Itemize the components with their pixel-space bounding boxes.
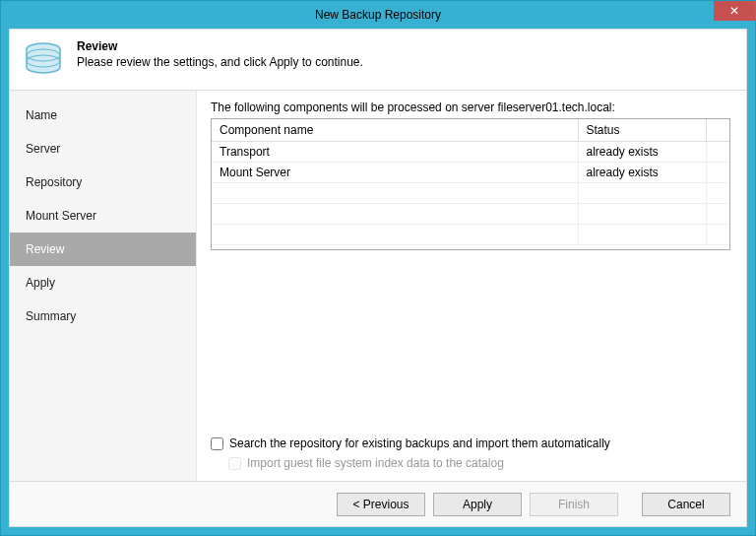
sidebar-item-apply[interactable]: Apply (10, 266, 196, 300)
table-row: Mount Server already exists (212, 162, 729, 182)
cell-status: already exists (578, 162, 706, 182)
checkbox-search-input[interactable] (211, 437, 223, 450)
components-table: Component name Status Transport already … (211, 118, 730, 250)
cancel-button[interactable]: Cancel (642, 493, 730, 516)
table-header-row: Component name Status (212, 119, 729, 141)
table-row-empty: . (212, 203, 729, 224)
table-row-empty: . (212, 224, 729, 244)
content-area: Name Server Repository Mount Server Revi… (10, 91, 746, 481)
checkbox-search-repository[interactable]: Search the repository for existing backu… (211, 434, 730, 453)
col-component-name[interactable]: Component name (212, 119, 578, 141)
sidebar-item-name[interactable]: Name (10, 99, 196, 132)
table-row: Transport already exists (212, 141, 729, 162)
dialog-window: New Backup Repository ✕ Review Please re… (0, 0, 756, 536)
repository-icon (22, 37, 65, 81)
apply-button[interactable]: Apply (433, 493, 522, 516)
sidebar-item-mount-server[interactable]: Mount Server (10, 199, 196, 233)
options-area: Search the repository for existing backu… (211, 434, 730, 481)
sidebar-item-summary[interactable]: Summary (10, 300, 196, 333)
close-icon: ✕ (729, 4, 739, 18)
intro-text: The following components will be process… (211, 100, 730, 114)
close-button[interactable]: ✕ (714, 1, 755, 21)
window-title: New Backup Repository (315, 8, 441, 22)
window-body: Review Please review the settings, and c… (9, 29, 747, 527)
titlebar: New Backup Repository ✕ (1, 1, 755, 29)
wizard-sidebar: Name Server Repository Mount Server Revi… (10, 91, 197, 481)
finish-button: Finish (530, 493, 618, 516)
previous-button[interactable]: < Previous (337, 493, 425, 516)
checkbox-import-index: Import guest file system index data to t… (211, 453, 730, 473)
page-title: Review (77, 39, 734, 53)
header-text: Review Please review the settings, and c… (77, 37, 734, 69)
sidebar-item-review[interactable]: Review (10, 233, 196, 266)
button-bar: < Previous Apply Finish Cancel (10, 481, 746, 526)
sidebar-item-repository[interactable]: Repository (10, 166, 196, 199)
cell-component: Transport (212, 141, 578, 162)
checkbox-search-label: Search the repository for existing backu… (229, 436, 610, 450)
checkbox-import-input (228, 457, 241, 470)
header: Review Please review the settings, and c… (10, 30, 746, 91)
page-description: Please review the settings, and click Ap… (77, 53, 734, 69)
col-spacer (706, 119, 729, 141)
sidebar-item-server[interactable]: Server (10, 132, 196, 166)
checkbox-import-label: Import guest file system index data to t… (247, 456, 504, 470)
table-row-empty: . (212, 182, 729, 203)
main-panel: The following components will be process… (197, 91, 746, 481)
cell-status: already exists (578, 141, 706, 162)
cell-component: Mount Server (212, 162, 578, 182)
col-status[interactable]: Status (578, 119, 706, 141)
